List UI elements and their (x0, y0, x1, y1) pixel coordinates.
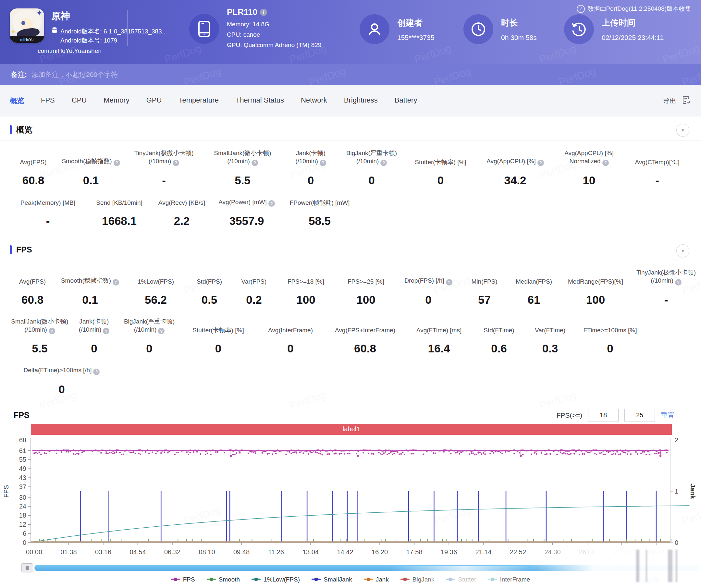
stat-label: Stutter(卡顿率) [%] (193, 326, 244, 334)
help-icon[interactable]: ? (675, 279, 682, 286)
stat-value: 100 (357, 293, 375, 306)
legend-item-BigJank[interactable]: BigJank (401, 576, 435, 583)
stat-label: Median(FPS) (516, 277, 552, 286)
stat-label: Avg(FPS) (19, 277, 46, 286)
reset-link[interactable]: 重置 (661, 411, 674, 420)
tab-Memory[interactable]: Memory (103, 96, 129, 106)
stat-value: 0 (91, 342, 97, 355)
stat-value: 100 (586, 293, 605, 306)
stat-label: Avg(FPS) (20, 158, 46, 166)
stat-value: 1668.1 (102, 215, 137, 228)
device-cpu: CPU: canoe (227, 29, 321, 40)
hide-all-link[interactable]: 全隐藏 (640, 576, 660, 584)
stat-value: 0 (425, 293, 431, 306)
overview-section: 概览 ▼ Avg(FPS)60.8Smooth(稳帧指数)?0.1TinyJan… (0, 116, 701, 237)
svg-text:0: 0 (675, 539, 678, 546)
svg-text:6: 6 (23, 530, 26, 537)
tab-Temperature[interactable]: Temperature (179, 96, 219, 106)
svg-text:03:16: 03:16 (95, 548, 111, 556)
help-icon[interactable]: ? (446, 279, 452, 286)
svg-text:21:14: 21:14 (475, 548, 491, 556)
tab-GPU[interactable]: GPU (146, 96, 162, 106)
creator-label: 创建者 (397, 17, 434, 29)
upload-time-label: 上传时间 (602, 17, 664, 29)
legend-label: BigJank (413, 576, 435, 583)
export-button[interactable]: 导出 (663, 96, 676, 105)
stat-value: 0.6 (491, 342, 507, 355)
help-icon[interactable]: ? (380, 160, 387, 166)
stat-cell: Stutter(卡顿率) [%]0 (404, 158, 477, 187)
tab-概览[interactable]: 概览 (10, 96, 24, 106)
legend-label: InterFrame (500, 576, 530, 583)
fps-collapse-button[interactable]: ▼ (676, 244, 689, 257)
stat-cell: Peak(Memory) [MB]- (10, 199, 86, 228)
stat-value: 61 (528, 293, 540, 306)
help-icon[interactable]: ? (320, 160, 326, 166)
stat-cell: Median(FPS)61 (508, 277, 560, 306)
legend-item-InterFrame[interactable]: InterFrame (488, 576, 530, 583)
tab-Battery[interactable]: Battery (395, 96, 417, 106)
stat-label: FTime>=100ms [%] (583, 326, 637, 334)
legend-item-SmallJank[interactable]: SmallJank (311, 576, 352, 583)
help-icon[interactable]: ? (103, 328, 109, 334)
stat-cell: Var(FPS)0.2 (232, 277, 276, 306)
collect-info-icon[interactable]: i (577, 5, 585, 13)
tab-Thermal Status[interactable]: Thermal Status (236, 96, 284, 106)
legend-item-Jank[interactable]: Jank (364, 576, 389, 583)
help-icon[interactable]: ? (49, 328, 55, 334)
tab-FPS[interactable]: FPS (41, 96, 55, 106)
svg-text:24: 24 (19, 503, 26, 510)
stat-label: SmallJank(微小卡顿)(/10min)? (11, 317, 68, 335)
stat-cell: 1%Low(FPS)56.2 (125, 277, 187, 306)
help-icon[interactable]: ? (602, 160, 609, 166)
stat-value: 2.2 (174, 215, 190, 228)
help-icon[interactable]: ? (251, 160, 258, 166)
tab-Network[interactable]: Network (301, 96, 327, 106)
device-memory: Memory: 14.8G (227, 19, 321, 29)
stat-cell: Send [KB/10min]1668.1 (86, 199, 153, 228)
legend-marker (401, 579, 410, 580)
help-icon[interactable]: ? (173, 160, 179, 166)
stat-cell: TinyJank(极微小卡顿)(/10min)?- (631, 268, 701, 306)
legend-marker (207, 579, 216, 580)
export-icon[interactable] (682, 95, 691, 107)
overview-collapse-button[interactable]: ▼ (676, 123, 689, 136)
chart-scroll-handle[interactable] (21, 563, 33, 572)
svg-text:2: 2 (675, 436, 678, 444)
stat-value: 0 (607, 342, 613, 355)
svg-text:24:30: 24:30 (544, 548, 560, 556)
fps-chart[interactable]: 0612182430374349556168012FPSJank00:0001:… (0, 435, 701, 560)
stat-cell: SmallJank(微小卡顿)(/10min)?5.5 (203, 149, 282, 187)
tab-Brightness[interactable]: Brightness (344, 96, 378, 106)
fps-threshold-input-1[interactable] (588, 409, 619, 422)
help-icon[interactable]: ? (112, 279, 119, 286)
help-icon[interactable]: ? (158, 328, 165, 334)
stat-label: Avg(FTime) [ms] (416, 326, 461, 334)
note-input[interactable]: 添加备注，不超过200个字符 (31, 70, 118, 79)
legend-item-Smooth[interactable]: Smooth (207, 576, 240, 583)
help-icon[interactable]: ? (537, 160, 544, 166)
legend-marker (251, 579, 261, 580)
help-icon[interactable]: ? (268, 200, 275, 207)
fps-threshold-label: FPS(>=) (556, 411, 582, 419)
stat-cell: Stutter(卡顿率) [%]0 (180, 326, 256, 355)
legend-item-FPS[interactable]: FPS (171, 576, 195, 583)
stat-cell: Std(FPS)0.5 (187, 277, 232, 306)
collect-info-text: 数据由PerfDog(11.2.250408)版本收集 (588, 5, 691, 13)
stat-value: 58.5 (309, 215, 331, 228)
help-icon[interactable]: ? (93, 369, 99, 375)
stat-cell: MedRange(FPS)[%]100 (560, 277, 631, 306)
stat-value: 0.3 (542, 342, 558, 355)
help-icon[interactable]: ? (113, 160, 120, 166)
stat-label: Smooth(稳帧指数)? (62, 157, 120, 166)
chart-title: FPS (14, 410, 29, 420)
fps-section-title: FPS (16, 245, 32, 254)
legend-item-1%Low(FPS)[interactable]: 1%Low(FPS) (251, 576, 300, 583)
fps-threshold-input-2[interactable] (625, 409, 655, 422)
svg-text:04:54: 04:54 (130, 548, 146, 556)
svg-text:1: 1 (675, 488, 678, 495)
tab-CPU[interactable]: CPU (72, 96, 87, 106)
legend-item-Stutter[interactable]: Stutter (446, 576, 476, 583)
device-info-icon[interactable]: i (260, 9, 267, 16)
chart-scrollbar[interactable] (34, 565, 698, 571)
